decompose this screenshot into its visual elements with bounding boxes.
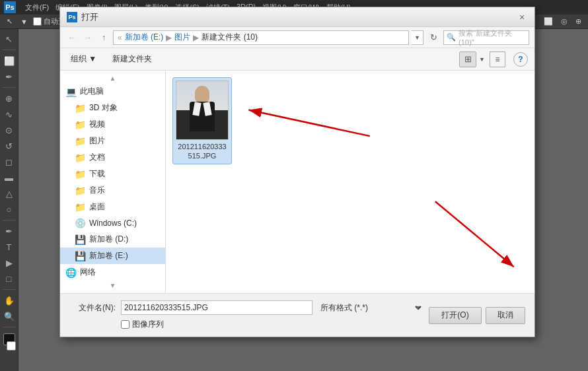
file-open-dialog: Ps 打开 × ← → ↑ « 新加卷 (E:) ▶ 图片 ▶ 新建文件夹 (1… (59, 7, 535, 337)
nav-label-win-c: Windows (C:) (89, 219, 137, 228)
dialog-titlebar: Ps 打开 × (60, 7, 534, 27)
drive-d-icon: 💾 (75, 234, 86, 245)
dialog-body: ▲ 💻 此电脑 📁 3D 对象 📁 视频 📁 图片 (60, 71, 534, 293)
drive-c-icon: 💿 (75, 218, 86, 228)
folder-video-icon: 📁 (75, 119, 86, 130)
thumb-head (195, 86, 209, 103)
view-details-button[interactable]: ≡ (490, 51, 505, 67)
nav-label-docs: 文档 (89, 152, 105, 163)
filename-input[interactable] (121, 300, 312, 315)
nav-item-downloads[interactable]: 📁 下载 (60, 166, 165, 182)
folder-downloads-icon: 📁 (75, 169, 86, 180)
breadcrumb-sep-start: « (118, 33, 122, 42)
filename-row: 文件名(N): 所有格式 (*.*) JPEG (*.JPG) PNG (*.P… (69, 300, 423, 315)
nav-label-music: 音乐 (89, 185, 105, 196)
left-bottom-area: 文件名(N): 所有格式 (*.*) JPEG (*.JPG) PNG (*.P… (69, 300, 423, 330)
image-seq-row: 图像序列 (69, 319, 423, 330)
nav-pane: ▲ 💻 此电脑 📁 3D 对象 📁 视频 📁 图片 (60, 71, 166, 293)
drive-e-icon: 💾 (75, 251, 86, 261)
search-box[interactable]: 🔍 搜索"新建文件夹 (10)" (443, 30, 529, 45)
nav-up-button[interactable]: ↑ (97, 31, 110, 44)
nav-item-docs[interactable]: 📁 文档 (60, 149, 165, 166)
search-placeholder: 搜索"新建文件夹 (10)" (459, 28, 526, 46)
search-icon: 🔍 (447, 33, 456, 42)
nav-label-video: 视频 (89, 119, 105, 130)
folder-music-icon: 📁 (75, 186, 86, 196)
nav-label-3d: 3D 对象 (89, 102, 118, 114)
nav-label-downloads: 下载 (89, 168, 105, 180)
filetype-select[interactable]: 所有格式 (*.*) JPEG (*.JPG) PNG (*.PNG) PSD … (318, 302, 423, 313)
content-pane: 201211620333515.JPG (166, 71, 534, 293)
file-thumb (176, 81, 229, 140)
filename-label: 文件名(N): (69, 302, 116, 314)
nav-item-3d[interactable]: 📁 3D 对象 (60, 100, 165, 116)
dialog-addressbar: ← → ↑ « 新加卷 (E:) ▶ 图片 ▶ 新建文件夹 (10) ▼ ↻ 🔍… (60, 27, 534, 48)
dialog-bottom: 文件名(N): 所有格式 (*.*) JPEG (*.JPG) PNG (*.P… (60, 293, 534, 337)
nav-item-network[interactable]: 🌐 网络 (60, 264, 165, 281)
refresh-button[interactable]: ↻ (426, 30, 441, 45)
nav-forward-button[interactable]: → (81, 31, 94, 44)
breadcrumb-part-2[interactable]: 图片 (174, 32, 190, 43)
nav-item-win-c[interactable]: 💿 Windows (C:) (60, 215, 165, 231)
right-bottom-area: 打开(O) 取消 (429, 307, 525, 324)
nav-item-desktop[interactable]: 📁 桌面 (60, 199, 165, 215)
nav-item-video[interactable]: 📁 视频 (60, 116, 165, 133)
help-button[interactable]: ? (513, 52, 528, 67)
nav-item-music[interactable]: 📁 音乐 (60, 182, 165, 199)
filetype-select-wrapper: 所有格式 (*.*) JPEG (*.JPG) PNG (*.PNG) PSD … (318, 302, 423, 313)
breadcrumb-dropdown-btn[interactable]: ▼ (412, 30, 423, 45)
image-seq-label[interactable]: 图像序列 (121, 319, 164, 330)
dialog-close-button[interactable]: × (516, 11, 528, 23)
breadcrumb-bar: « 新加卷 (E:) ▶ 图片 ▶ 新建文件夹 (10) (113, 30, 409, 45)
nav-item-this-pc[interactable]: 💻 此电脑 (60, 83, 165, 100)
file-name-label: 201211620333515.JPG (178, 142, 226, 161)
nav-label-this-pc: 此电脑 (80, 86, 104, 97)
folder-pictures-icon: 📁 (75, 136, 86, 147)
organize-button[interactable]: 组织 ▼ (67, 51, 100, 67)
breadcrumb-sep-2: ▶ (193, 33, 199, 42)
dialog-title: Ps 打开 (67, 11, 98, 23)
folder-docs-icon: 📁 (75, 152, 86, 163)
nav-label-new-d: 新加卷 (D:) (89, 234, 128, 245)
breadcrumb-part-1[interactable]: 新加卷 (E:) (125, 32, 164, 43)
scroll-down-indicator: ▼ (60, 281, 165, 290)
new-folder-button[interactable]: 新建文件夹 (107, 51, 157, 67)
network-icon: 🌐 (65, 267, 77, 278)
folder-desktop-icon: 📁 (75, 202, 86, 213)
file-grid: 201211620333515.JPG (172, 77, 528, 164)
svg-line-3 (435, 201, 514, 267)
dialog-ps-icon: Ps (67, 12, 77, 22)
nav-item-pictures[interactable]: 📁 图片 (60, 133, 165, 149)
open-button[interactable]: 打开(O) (429, 307, 482, 324)
nav-item-new-e[interactable]: 💾 新加卷 (E:) (60, 248, 165, 264)
breadcrumb-sep-1: ▶ (166, 33, 172, 42)
image-seq-checkbox[interactable] (121, 320, 129, 329)
view-icons-button[interactable]: ⊞ (459, 51, 476, 67)
folder-3d-icon: 📁 (75, 103, 86, 114)
person-thumbnail (176, 81, 228, 140)
bottom-combined: 文件名(N): 所有格式 (*.*) JPEG (*.JPG) PNG (*.P… (69, 300, 525, 330)
view-btn-group: ⊞ ▼ ≡ (459, 51, 507, 67)
cancel-button[interactable]: 取消 (486, 307, 525, 324)
nav-label-new-e: 新加卷 (E:) (89, 250, 128, 261)
view-dropdown-button[interactable]: ▼ (478, 51, 487, 67)
scroll-up-indicator: ▲ (60, 73, 165, 83)
breadcrumb-current: 新建文件夹 (10) (202, 32, 258, 43)
file-item-jpg[interactable]: 201211620333515.JPG (172, 77, 232, 164)
nav-back-button[interactable]: ← (65, 31, 79, 44)
nav-label-pictures: 图片 (89, 135, 105, 147)
pc-icon: 💻 (65, 86, 77, 97)
nav-item-new-d[interactable]: 💾 新加卷 (D:) (60, 231, 165, 248)
dialog-file-toolbar: 组织 ▼ 新建文件夹 ⊞ ▼ ≡ ? (60, 48, 534, 71)
dialog-overlay: Ps 打开 × ← → ↑ « 新加卷 (E:) ▶ 图片 ▶ 新建文件夹 (1… (0, 0, 588, 371)
nav-label-network: 网络 (80, 267, 96, 278)
nav-label-desktop: 桌面 (89, 201, 105, 213)
